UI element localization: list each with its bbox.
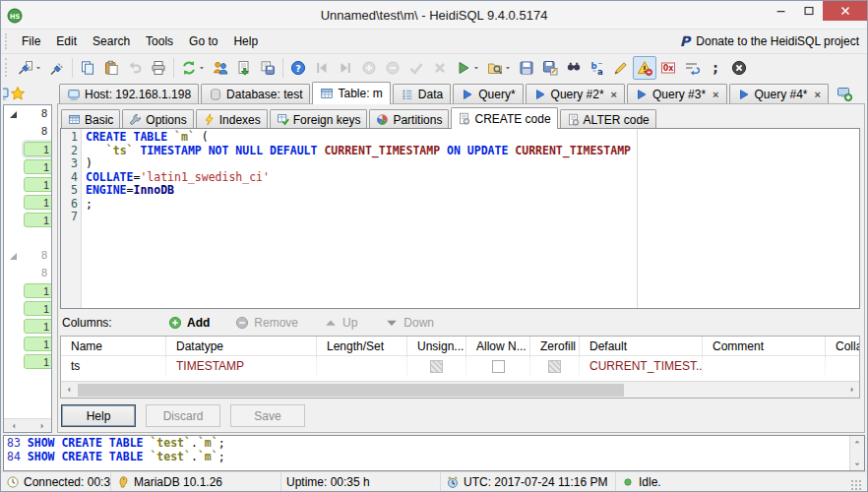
database-tree[interactable]: 88111118811111 <box>3 104 52 433</box>
help-button[interactable]: ? <box>286 56 310 80</box>
maximize-button[interactable] <box>795 1 823 21</box>
grid-cell[interactable]: CURRENT_TIMEST... <box>580 356 703 376</box>
favorites-star-icon[interactable] <box>10 86 26 101</box>
grid-cell[interactable] <box>317 356 407 376</box>
export-database-button[interactable] <box>232 56 256 80</box>
resize-grip[interactable] <box>850 479 862 491</box>
copy-button[interactable] <box>76 56 99 80</box>
subtab-create-code[interactable]: CREATE code <box>451 107 557 129</box>
user-manager-button[interactable] <box>209 56 232 80</box>
tree-size-cell[interactable]: 1 <box>4 282 51 300</box>
grid-cell[interactable] <box>530 356 580 376</box>
tree-group-row[interactable]: 8 <box>4 105 51 123</box>
subtab-indexes[interactable]: Indexes <box>196 109 268 129</box>
print-button[interactable] <box>147 56 170 80</box>
subtab-foreign-keys[interactable]: Foreign keys <box>270 109 368 129</box>
tab-query-4[interactable]: Query #4*× <box>729 84 829 104</box>
tree-size-cell[interactable]: 1 <box>4 212 51 229</box>
scroll-right-icon[interactable] <box>34 418 49 433</box>
stop-button[interactable] <box>727 56 751 80</box>
grid-cell[interactable] <box>703 356 826 376</box>
tab-table-m[interactable]: Table: m <box>312 82 390 104</box>
tree-row[interactable]: 8 <box>4 123 51 141</box>
dropdown-arrow-icon[interactable] <box>472 64 480 72</box>
menu-file[interactable]: File <box>14 31 48 52</box>
find-button[interactable] <box>562 56 586 80</box>
tab-query-2[interactable]: Query #2*× <box>526 84 625 104</box>
tab-data[interactable]: Data <box>393 84 451 104</box>
tree-expander-icon[interactable] <box>10 111 17 118</box>
tree-size-cell[interactable]: 1 <box>4 141 51 158</box>
paste-button[interactable] <box>99 56 123 80</box>
log-vertical-scrollbar[interactable] <box>849 436 864 470</box>
grid-cell[interactable] <box>407 356 466 376</box>
subtab-basic[interactable]: Basic <box>61 109 120 129</box>
tree-size-cell[interactable]: 1 <box>4 318 51 336</box>
menu-tools[interactable]: Tools <box>138 31 181 52</box>
scroll-left-icon[interactable] <box>6 418 21 433</box>
menu-help[interactable]: Help <box>225 31 266 52</box>
scroll-left-icon[interactable] <box>61 383 76 398</box>
menu-go-to[interactable]: Go to <box>181 31 225 52</box>
tab-host-192-168-1-198[interactable]: Host: 192.168.1.198 <box>59 84 199 104</box>
scroll-down-icon[interactable] <box>852 460 862 469</box>
help-button[interactable]: Help <box>61 404 136 427</box>
grid-cell[interactable]: TIMESTAMP <box>166 356 317 376</box>
tab-close-icon[interactable]: × <box>713 89 718 100</box>
sql-log-panel[interactable]: 83 SHOW CREATE TABLE `test`.`m`;84 SHOW … <box>3 435 865 471</box>
add-column-button[interactable]: Add <box>168 316 210 330</box>
stop-on-errors-button[interactable] <box>633 56 656 80</box>
format-code-button[interactable] <box>609 56 633 80</box>
save-data-button[interactable] <box>256 56 279 80</box>
save-as-button[interactable] <box>538 56 562 80</box>
tab-query-3[interactable]: Query #3*× <box>627 84 726 104</box>
toolbar-grip[interactable] <box>5 58 12 77</box>
menu-edit[interactable]: Edit <box>48 31 85 52</box>
tree-size-cell[interactable]: 1 <box>4 353 51 371</box>
tree-row[interactable]: 8 <box>4 265 51 282</box>
grid-cell[interactable] <box>466 356 530 376</box>
execute-button[interactable] <box>452 56 483 80</box>
checkbox-unchecked[interactable] <box>492 360 505 373</box>
scroll-up-icon[interactable] <box>852 437 862 447</box>
tab-query[interactable]: Query* <box>453 84 523 104</box>
new-query-tab-button[interactable] <box>837 86 852 101</box>
grid-cell[interactable] <box>826 356 860 376</box>
hex-view-button[interactable]: 0x <box>656 56 680 80</box>
tab-close-icon[interactable]: × <box>815 89 821 100</box>
tree-expander-icon[interactable] <box>10 253 17 260</box>
subtab-partitions[interactable]: Partitions <box>369 109 449 129</box>
disconnect-button[interactable] <box>45 56 69 80</box>
grid-horizontal-scrollbar[interactable] <box>61 381 859 398</box>
minimize-button[interactable] <box>768 1 795 21</box>
tree-group-row[interactable]: 8 <box>4 247 51 265</box>
refresh-button[interactable] <box>177 56 209 80</box>
dropdown-arrow-icon[interactable] <box>198 64 206 72</box>
title-bar[interactable]: HS Unnamed\test\m\ - HeidiSQL 9.4.0.5174 <box>1 1 867 29</box>
save-file-button[interactable] <box>515 56 538 80</box>
session-manager-button[interactable] <box>14 56 45 80</box>
tree-size-cell[interactable]: 1 <box>4 300 51 318</box>
close-button[interactable] <box>823 1 867 21</box>
semicolon-button[interactable]: ; <box>704 56 727 80</box>
grid-cell[interactable]: ts <box>61 356 166 376</box>
tree-size-cell[interactable]: 1 <box>4 194 51 212</box>
tab-close-icon[interactable]: × <box>611 89 617 100</box>
tree-size-cell[interactable]: 1 <box>4 176 51 194</box>
wrap-lines-button[interactable] <box>680 56 704 80</box>
subtab-alter-code[interactable]: ALTER code <box>560 109 656 129</box>
scrollbar-thumb[interactable] <box>78 384 624 397</box>
editor-code-area[interactable]: CREATE TABLE `m` ( `ts` TIMESTAMP NOT NU… <box>82 129 859 308</box>
scroll-right-icon[interactable] <box>844 383 859 398</box>
donate-link[interactable]: P Donate to the HeidiSQL project <box>677 33 867 49</box>
replace-button[interactable]: ba <box>586 56 609 80</box>
dropdown-arrow-icon[interactable] <box>504 64 512 72</box>
open-file-button[interactable] <box>483 56 515 80</box>
dropdown-arrow-icon[interactable] <box>34 64 42 72</box>
tree-size-cell[interactable]: 1 <box>4 158 51 176</box>
tab-database-test[interactable]: Database: test <box>201 84 310 104</box>
tree-horizontal-scrollbar[interactable] <box>4 418 51 432</box>
menu-search[interactable]: Search <box>85 31 138 52</box>
menubar-grip[interactable] <box>5 33 12 50</box>
create-code-editor[interactable]: 1234567 CREATE TABLE `m` ( `ts` TIMESTAM… <box>60 128 860 309</box>
